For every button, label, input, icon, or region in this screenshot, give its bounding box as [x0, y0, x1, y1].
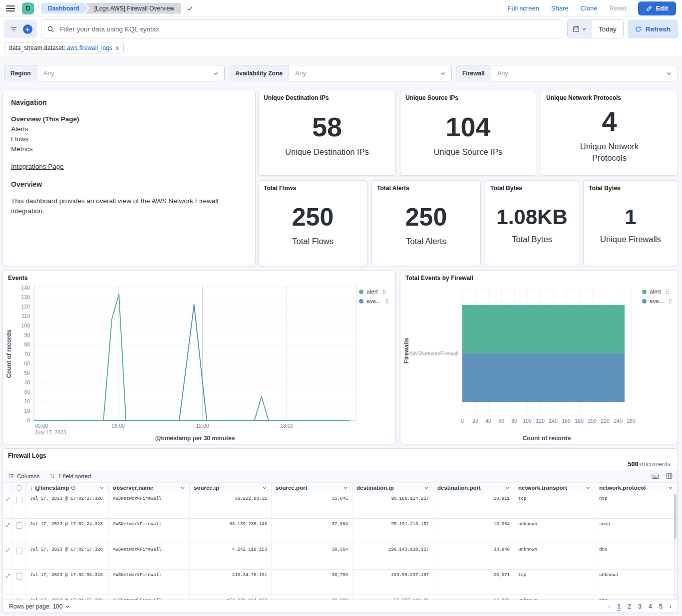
grid-icon[interactable] — [666, 473, 673, 479]
navigation-title: Navigation — [11, 98, 247, 106]
dataset-filter-pill[interactable]: data_stream.dataset: aws.firewall_logs x — [4, 42, 124, 53]
chevron-down-icon — [213, 70, 219, 76]
breadcrumb-page[interactable]: [Logs AWS] Firewall Overview — [85, 3, 181, 14]
column-header-network-protocol[interactable]: network.protocol — [595, 483, 678, 493]
row-checkbox[interactable] — [16, 599, 22, 600]
page-button-2[interactable]: 2 — [628, 603, 631, 610]
availability-zone-control[interactable]: Availability Zone Any — [229, 65, 452, 81]
expand-icon[interactable] — [5, 497, 10, 502]
column-header-destination-port[interactable]: destination.port — [433, 483, 514, 493]
table-cell: tcp — [514, 493, 595, 518]
rows-per-page-selector[interactable]: Rows per page: 100 — [9, 603, 70, 610]
sort-icon — [49, 473, 55, 479]
share-link[interactable]: Share — [551, 4, 569, 12]
dashboard-area: Region Any Availability Zone Any Firewal… — [0, 56, 682, 616]
add-filter-icon[interactable]: + — [21, 21, 34, 36]
table-cell: snmp — [595, 519, 678, 544]
clone-link[interactable]: Clone — [581, 4, 598, 12]
chevron-down-icon — [262, 485, 267, 490]
expand-icon[interactable] — [5, 599, 10, 600]
expand-icon[interactable] — [5, 573, 10, 579]
legend-actions-icon[interactable] — [669, 299, 672, 304]
table-header-row: ↓@timestamp observer.name source.ip sour… — [3, 483, 678, 493]
nav-link-alerts[interactable]: Alerts — [11, 125, 247, 133]
nav-link-flows[interactable]: Flows — [11, 135, 247, 143]
table-row: Jul 17, 2023 @ 17:02:08.328AWSNetworkFir… — [3, 570, 678, 595]
table-cell: ntp — [595, 493, 678, 518]
region-control[interactable]: Region Any — [4, 65, 225, 81]
date-range-label[interactable]: Today — [592, 20, 623, 38]
svg-text:06:00: 06:00 — [112, 423, 125, 429]
column-header-observer-name[interactable]: observer.name — [109, 483, 190, 493]
firewall-control[interactable]: Firewall Any — [456, 65, 678, 81]
menu-icon[interactable] — [6, 5, 15, 11]
legend-item-eve[interactable]: eve... — [359, 298, 388, 304]
metric-value: 250 — [405, 205, 447, 230]
page-button-3[interactable]: 3 — [638, 603, 642, 610]
kql-search-input[interactable] — [59, 25, 557, 33]
expand-icon[interactable] — [5, 522, 10, 528]
refresh-button[interactable]: Refresh — [628, 19, 678, 38]
chevron-down-icon — [668, 485, 673, 490]
metric-label: Unique Source IPs — [434, 146, 503, 158]
avatar[interactable]: D — [22, 2, 34, 14]
legend-actions-icon[interactable] — [666, 290, 669, 294]
expand-icon[interactable] — [5, 548, 10, 553]
legend-actions-icon[interactable] — [383, 290, 386, 294]
reset-link[interactable]: Reset — [609, 4, 626, 12]
table-cell: 36.222.80.31 — [190, 493, 272, 518]
breadcrumb-dashboard[interactable]: Dashboard — [41, 3, 88, 14]
edit-button[interactable]: Edit — [638, 1, 676, 15]
column-header-network-transport[interactable]: network.transport — [514, 483, 595, 493]
header-checkbox-col[interactable] — [13, 483, 26, 493]
table-cell: unknown — [514, 544, 595, 569]
legend-item-alert[interactable]: alert — [359, 289, 388, 295]
svg-text:180: 180 — [575, 418, 584, 424]
page-button-1[interactable]: 1 — [617, 603, 621, 610]
column-header-timestamp[interactable]: ↓@timestamp — [26, 483, 109, 493]
kql-search-box[interactable] — [41, 19, 563, 38]
legend-item-alert[interactable]: alert — [642, 289, 672, 295]
metric-label: Total Flows — [292, 236, 334, 247]
unique-firewalls-panel: Total Bytes 1 Unique Firewalls — [583, 180, 678, 266]
next-page-button[interactable]: › — [670, 603, 672, 610]
svg-text:Count of records: Count of records — [5, 329, 12, 378]
table-cell: Jul 17, 2023 @ 17:01:55.328 — [26, 595, 109, 600]
metric-value: 1 — [625, 207, 636, 228]
column-header-destination-ip[interactable]: destination.ip — [352, 483, 433, 493]
column-header-source-ip[interactable]: source.ip — [190, 483, 272, 493]
table-cell: 18,911 — [433, 493, 514, 518]
document-count: 500 documents — [3, 461, 678, 470]
sorted-fields-button[interactable]: 1 field sorted — [49, 473, 91, 479]
full-screen-link[interactable]: Full screen — [507, 4, 539, 12]
legend-item-eve[interactable]: eve... — [642, 298, 672, 304]
table-cell: dns — [595, 544, 678, 569]
filter-pill-row: data_stream.dataset: aws.firewall_logs x — [0, 41, 682, 56]
close-icon[interactable]: x — [116, 44, 119, 51]
columns-button[interactable]: Columns — [8, 473, 39, 479]
column-header-source-port[interactable]: source.port — [272, 483, 352, 493]
row-checkbox[interactable] — [16, 573, 22, 580]
table-scrollbar-thumb[interactable] — [674, 494, 677, 539]
row-checkbox[interactable] — [16, 548, 22, 554]
nav-link-integrations[interactable]: Integrations Page — [11, 163, 247, 170]
keyboard-icon[interactable] — [652, 473, 659, 479]
date-picker-button[interactable] — [568, 20, 592, 38]
page-button-4[interactable]: 4 — [649, 603, 652, 610]
row-checkbox[interactable] — [16, 497, 22, 503]
svg-text:60: 60 — [498, 418, 504, 424]
filter-icon[interactable] — [7, 21, 20, 36]
svg-text:July 17, 2023: July 17, 2023 — [35, 429, 66, 435]
metric-label: Total Bytes — [512, 234, 552, 245]
breadcrumb: Dashboard [Logs AWS] Firewall Overview — [41, 3, 193, 14]
page-button-5[interactable]: 5 — [659, 603, 663, 610]
table-cell: 216.34.76.191 — [190, 570, 272, 595]
table-cell: AWSNetworkFirewall — [109, 570, 190, 595]
row-checkbox[interactable] — [16, 522, 22, 529]
nav-link-metrics[interactable]: Metrics — [11, 145, 247, 153]
nav-link-overview[interactable]: Overview (This Page) — [11, 115, 247, 123]
previous-page-button[interactable]: ‹ — [608, 603, 610, 610]
legend-actions-icon[interactable] — [386, 299, 389, 304]
svg-text:80: 80 — [24, 341, 30, 347]
table-footer: Rows per page: 100 ‹ 12345 › — [3, 600, 678, 613]
